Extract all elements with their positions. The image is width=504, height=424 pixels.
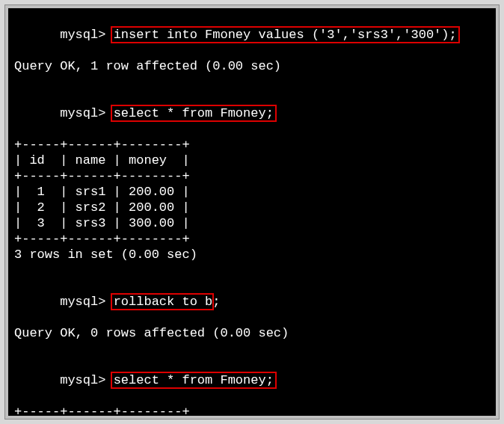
sql-insert-command: insert into Fmoney values ('3','srs3','3… [114,28,457,42]
line-query-ok-2: Query OK, 0 rows affected (0.00 sec) [14,325,490,341]
table-header: | id | name | money | [14,153,490,168]
terminal-output[interactable]: mysql> insert into Fmoney values ('3','s… [8,8,496,416]
table-border: +-----+------+--------+ [14,404,490,416]
sql-select-command-2: select * from Fmoney; [114,373,274,387]
mysql-prompt: mysql> [60,295,105,309]
mysql-prompt: mysql> [60,106,105,120]
mysql-prompt: mysql> [60,373,105,387]
table-row: | 3 | srs3 | 300.00 | [14,215,490,231]
table-row: | 2 | srs2 | 200.00 | [14,200,490,215]
mysql-prompt: mysql> [60,28,105,42]
line-query-ok-1: Query OK, 1 row affected (0.00 sec) [14,58,490,74]
terminal-window-frame: mysql> insert into Fmoney values ('3','s… [4,4,500,420]
table-border: +-----+------+--------+ [14,137,490,153]
blank-line [14,262,490,278]
sql-select-command-1: select * from Fmoney; [114,106,274,120]
sql-rollback-command: rollback to b; [114,295,221,309]
table-row: | 1 | srs1 | 200.00 | [14,184,490,200]
line-select-2: mysql> select * from Fmoney; [14,357,490,404]
blank-line [14,74,490,90]
line-rollback: mysql> rollback to b; [14,278,490,325]
table-border: +-----+------+--------+ [14,231,490,247]
line-select-1: mysql> select * from Fmoney; [14,90,490,137]
line-insert: mysql> insert into Fmoney values ('3','s… [14,11,490,58]
blank-line [14,341,490,357]
table-border: +-----+------+--------+ [14,168,490,184]
line-rows-3: 3 rows in set (0.00 sec) [14,247,490,262]
